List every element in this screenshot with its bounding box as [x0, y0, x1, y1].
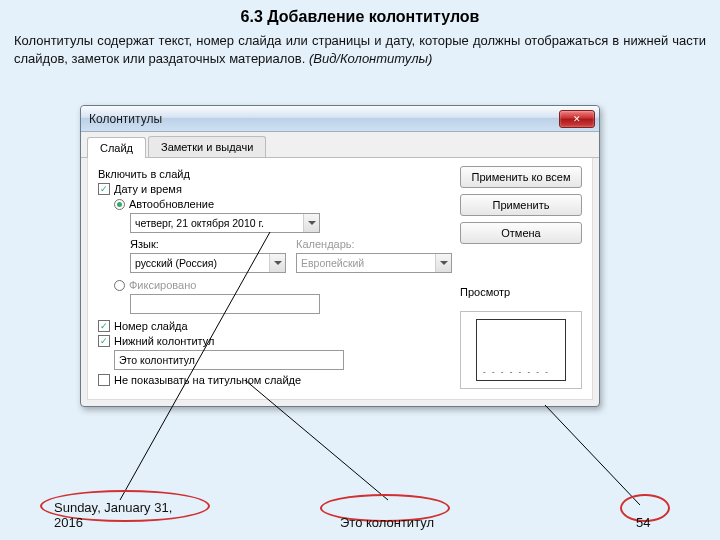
- preview-box: - - - - - - - -: [460, 311, 582, 389]
- chevron-down-icon: [269, 254, 285, 272]
- footer-input[interactable]: Это колонтитул: [114, 350, 344, 370]
- tab-strip: Слайд Заметки и выдачи: [81, 132, 599, 158]
- chevron-down-icon: [435, 254, 451, 272]
- svg-line-2: [545, 405, 640, 505]
- section-heading: 6.3 Добавление колонтитулов: [0, 0, 720, 32]
- checkbox-slide-number[interactable]: [98, 320, 110, 332]
- fixed-label: Фиксировано: [129, 279, 196, 291]
- tab-notes-handouts[interactable]: Заметки и выдачи: [148, 136, 266, 157]
- preview-slide: - - - - - - - -: [476, 319, 566, 381]
- left-panel: Включить в слайд Дату и время Автообновл…: [98, 166, 452, 389]
- checkbox-hide-title[interactable]: [98, 374, 110, 386]
- fixed-input: [130, 294, 320, 314]
- lang-row: Язык: русский (Россия) Календарь: Европе…: [130, 236, 452, 273]
- apply-button[interactable]: Применить: [460, 194, 582, 216]
- include-label: Включить в слайд: [98, 168, 452, 180]
- date-dropdown[interactable]: четверг, 21 октября 2010 г.: [130, 213, 320, 233]
- preview-placeholders: - - - - - - - -: [483, 367, 559, 376]
- calendar-dropdown: Европейский: [296, 253, 452, 273]
- dialog-title: Колонтитулы: [89, 112, 559, 126]
- slide-num-label: Номер слайда: [114, 320, 188, 332]
- datetime-label: Дату и время: [114, 183, 182, 195]
- footer-label: Нижний колонтитул: [114, 335, 214, 347]
- description: Колонтитулы содержат текст, номер слайда…: [0, 32, 720, 77]
- tab-slide[interactable]: Слайд: [87, 137, 146, 158]
- radio-fixed[interactable]: [114, 280, 125, 291]
- dialog-titlebar[interactable]: Колонтитулы ✕: [81, 106, 599, 132]
- footer-date: Sunday, January 31, 2016: [54, 501, 204, 530]
- radio-auto[interactable]: [114, 199, 125, 210]
- auto-label: Автообновление: [129, 198, 214, 210]
- cancel-button[interactable]: Отмена: [460, 222, 582, 244]
- footer-page: 54: [636, 515, 650, 530]
- close-icon[interactable]: ✕: [559, 110, 595, 128]
- right-panel: Применить ко всем Применить Отмена Просм…: [460, 166, 582, 389]
- preview-label: Просмотр: [460, 286, 582, 298]
- lang-label: Язык:: [130, 238, 286, 250]
- desc-path: (Вид/Колонтитулы): [309, 51, 433, 66]
- apply-all-button[interactable]: Применить ко всем: [460, 166, 582, 188]
- cal-label: Календарь:: [296, 238, 452, 250]
- footer-text: Это колонтитул: [340, 515, 434, 530]
- checkbox-footer[interactable]: [98, 335, 110, 347]
- dialog-body: Включить в слайд Дату и время Автообновл…: [87, 158, 593, 400]
- hide-title-label: Не показывать на титульном слайде: [114, 374, 301, 386]
- language-dropdown[interactable]: русский (Россия): [130, 253, 286, 273]
- chevron-down-icon: [303, 214, 319, 232]
- checkbox-datetime[interactable]: [98, 183, 110, 195]
- dialog-headers-footers: Колонтитулы ✕ Слайд Заметки и выдачи Вкл…: [80, 105, 600, 407]
